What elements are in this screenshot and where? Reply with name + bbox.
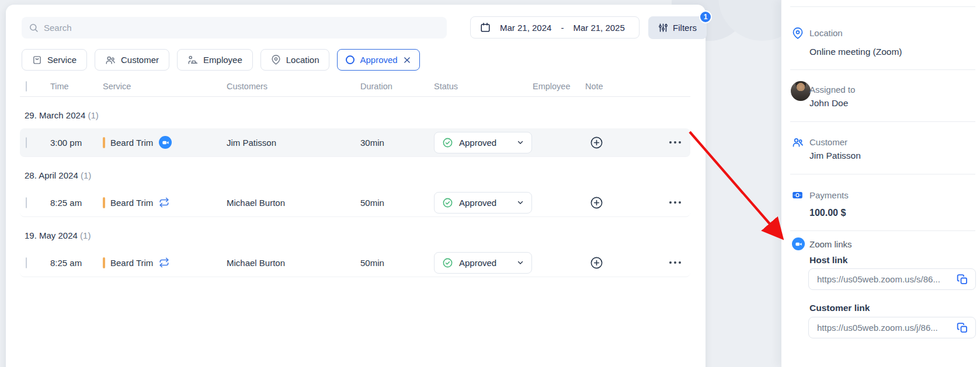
payments-label: Payments [809, 190, 849, 200]
add-note-button[interactable] [590, 196, 603, 209]
plus-circle-icon [590, 196, 603, 209]
copy-icon [957, 322, 968, 334]
filter-chip-location[interactable]: Location [260, 49, 330, 71]
cell-customer: Jim Patisson [227, 138, 360, 148]
payments-value: 100.00 $ [809, 208, 846, 218]
status-label: Approved [459, 258, 511, 268]
service-bag-icon [32, 55, 42, 65]
cell-service: Beard Trim [110, 198, 153, 208]
row-actions-menu[interactable] [668, 138, 682, 147]
add-note-button[interactable] [590, 136, 603, 149]
cell-service: Beard Trim [110, 138, 153, 148]
host-link-input[interactable] [817, 274, 955, 284]
customer-link-input[interactable] [817, 323, 955, 333]
service-color-bar [103, 257, 105, 268]
customer-people-icon [792, 137, 804, 148]
search-bar[interactable] [22, 17, 447, 39]
divider [790, 6, 975, 7]
customer-link-field[interactable] [808, 317, 976, 338]
zoom-links-icon [792, 237, 805, 250]
date-range-end: Mar 21, 2025 [573, 23, 624, 33]
header-note: Note [585, 82, 655, 91]
cell-duration: 50min [360, 258, 434, 268]
cell-time: 3:00 pm [50, 138, 103, 148]
calendar-icon [480, 22, 491, 33]
divider [790, 69, 975, 70]
host-link-field[interactable] [808, 268, 976, 290]
assigned-label: Assigned to [809, 85, 855, 95]
payments-money-icon [792, 190, 803, 201]
service-color-bar [103, 137, 105, 148]
appointment-row[interactable]: 3:00 pm Beard Trim Jim Patisson 30min Ap… [20, 128, 690, 157]
appointment-row[interactable]: 8:25 am Beard Trim Michael Burton 50min … [20, 188, 690, 217]
filter-chip-employee[interactable]: Employee [177, 49, 253, 71]
header-duration: Duration [360, 82, 434, 91]
header-customers: Customers [227, 82, 360, 91]
filter-chip-label: Employee [203, 55, 242, 65]
filter-chips-row: Service Customer Employee Location Appro… [22, 49, 420, 71]
customer-people-icon [105, 55, 116, 65]
header-service: Service [103, 82, 227, 91]
row-actions-menu[interactable] [668, 258, 682, 267]
appointment-details-panel: Location Online meeting (Zoom) Assigned … [781, 0, 980, 367]
recurring-icon [159, 197, 169, 208]
select-all-checkbox[interactable] [26, 81, 27, 92]
status-label: Approved [459, 198, 511, 208]
group-count: (1) [80, 230, 91, 240]
cell-service: Beard Trim [110, 258, 153, 268]
status-dropdown[interactable]: Approved [434, 132, 532, 153]
filter-chip-service[interactable]: Service [22, 49, 87, 71]
host-link-label: Host link [809, 255, 847, 265]
status-ring-icon [346, 55, 355, 64]
approved-check-icon [442, 137, 453, 148]
location-pin-icon [271, 55, 281, 65]
chevron-down-icon [517, 139, 524, 146]
row-checkbox[interactable] [26, 137, 27, 148]
location-value: Online meeting (Zoom) [809, 47, 902, 57]
recurring-icon [159, 257, 169, 268]
row-checkbox[interactable] [26, 257, 27, 268]
appointments-list-card: Mar 21, 2024 - Mar 21, 2025 Filters 1 Se… [6, 5, 706, 367]
plus-circle-icon [590, 256, 603, 270]
filters-count-badge: 1 [699, 11, 712, 23]
toolbar: Mar 21, 2024 - Mar 21, 2025 Filters 1 [22, 16, 691, 39]
cell-duration: 50min [360, 198, 434, 208]
location-label: Location [809, 28, 843, 38]
assigned-value: John Doe [809, 98, 848, 109]
copy-customer-link-button[interactable] [955, 321, 969, 335]
group-count: (1) [88, 110, 98, 120]
divider [790, 174, 975, 174]
status-label: Approved [459, 138, 511, 148]
customer-link-label: Customer link [809, 303, 870, 313]
add-note-button[interactable] [590, 256, 603, 270]
search-icon [29, 23, 39, 33]
status-dropdown[interactable]: Approved [434, 252, 532, 274]
appointment-row[interactable]: 8:25 am Beard Trim Michael Burton 50min … [20, 249, 690, 277]
cell-time: 8:25 am [50, 258, 103, 268]
date-range-picker[interactable]: Mar 21, 2024 - Mar 21, 2025 [470, 16, 640, 39]
zoom-links-label: Zoom links [809, 239, 852, 249]
filter-chip-approved-active[interactable]: Approved [337, 49, 419, 71]
divider [790, 230, 975, 231]
group-count: (1) [81, 170, 91, 180]
date-group-header: 19. May 2024 (1) [25, 217, 690, 249]
search-input[interactable] [44, 23, 440, 33]
table-header-row: Time Service Customers Duration Status E… [20, 76, 690, 97]
customer-value: Jim Patisson [809, 151, 861, 161]
row-checkbox[interactable] [26, 197, 27, 208]
header-employee: Employee [533, 82, 585, 91]
date-range-separator: - [561, 23, 564, 33]
filter-chip-customer[interactable]: Customer [95, 49, 169, 71]
remove-filter-x-icon[interactable] [403, 56, 411, 64]
service-color-bar [103, 197, 105, 208]
row-actions-menu[interactable] [668, 198, 682, 207]
copy-host-link-button[interactable] [955, 272, 969, 286]
filter-chip-label: Customer [121, 55, 159, 65]
filter-chip-label: Service [47, 55, 77, 65]
cell-duration: 30min [360, 138, 434, 148]
status-dropdown[interactable]: Approved [434, 192, 532, 214]
customer-label: Customer [809, 137, 847, 147]
group-date-label: 29. March 2024 [25, 110, 85, 120]
filters-button[interactable]: Filters 1 [648, 16, 707, 39]
cell-customer: Michael Burton [227, 198, 360, 208]
